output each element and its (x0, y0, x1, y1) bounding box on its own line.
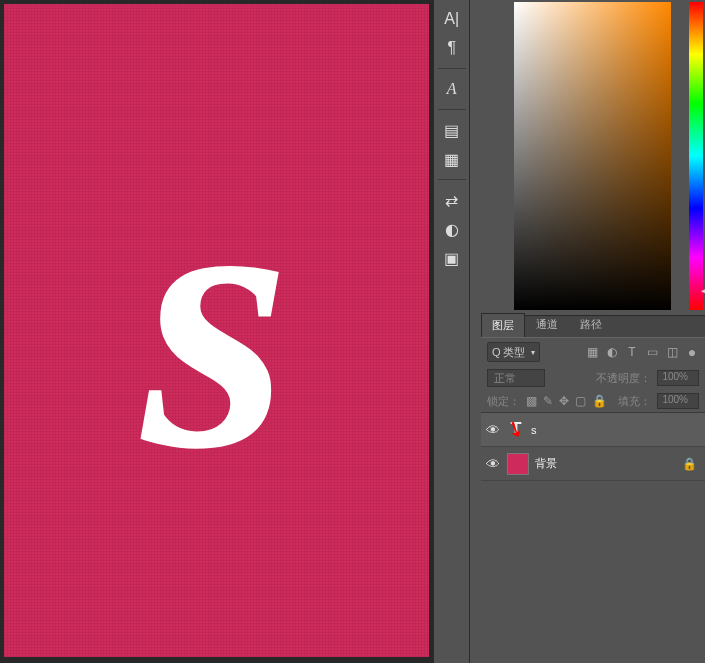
blend-opacity-row: 正常 不透明度： 100% (481, 366, 705, 390)
filter-text-icon[interactable]: T (625, 345, 639, 359)
layer-row[interactable]: 👁 T s (481, 413, 705, 447)
tab-paths[interactable]: 路径 (569, 312, 613, 337)
styles-panel-icon[interactable]: ◐ (438, 216, 466, 242)
separator (438, 68, 466, 69)
lock-all-icon[interactable]: 🔒 (592, 394, 607, 408)
layer-kind-dropdown[interactable]: Q 类型 ▾ (487, 342, 540, 362)
color-panel (481, 0, 705, 315)
kind-label: 类型 (503, 345, 525, 360)
layer-filter-icons: ▦ ◐ T ▭ ◫ ● (585, 345, 699, 359)
filter-smart-icon[interactable]: ◫ (665, 345, 679, 359)
lock-position-icon[interactable]: ✥ (559, 394, 569, 408)
eye-icon: 👁 (486, 456, 500, 472)
character-styles-icon[interactable]: ▦ (438, 146, 466, 172)
layer-comps-icon[interactable]: ▣ (438, 245, 466, 271)
filter-adjust-icon[interactable]: ◐ (605, 345, 619, 359)
visibility-toggle[interactable]: 👁 (485, 422, 501, 438)
fill-input[interactable]: 100% (657, 393, 699, 409)
canvas-viewport: s (0, 0, 433, 663)
tab-channels[interactable]: 通道 (525, 312, 569, 337)
paragraph-panel-icon[interactable]: ¶ (438, 35, 466, 61)
opacity-input[interactable]: 100% (657, 370, 699, 386)
color-saturation-field[interactable] (514, 2, 671, 310)
lock-buttons: ▩ ✎ ✥ ▢ 🔒 (526, 394, 607, 408)
adjustments-panel-icon[interactable]: ⇄ (438, 187, 466, 213)
filter-shape-icon[interactable]: ▭ (645, 345, 659, 359)
visibility-toggle[interactable]: 👁 (485, 456, 501, 472)
filter-image-icon[interactable]: ▦ (585, 345, 599, 359)
layer-list: 👁 T s 👁 背景 🔒 (481, 412, 705, 663)
separator (438, 179, 466, 180)
blend-mode-select[interactable]: 正常 (487, 369, 545, 387)
layer-name[interactable]: s (531, 424, 537, 436)
opacity-label: 不透明度： (596, 371, 651, 386)
glyphs-panel-icon[interactable]: A (438, 76, 466, 102)
text-layer-s[interactable]: s (143, 165, 291, 469)
search-icon: Q (492, 346, 501, 358)
lock-icon: 🔒 (682, 457, 701, 471)
lock-label: 锁定： (487, 394, 520, 409)
hue-slider[interactable] (689, 2, 703, 310)
right-panels: 图层 通道 路径 Q 类型 ▾ ▦ ◐ T ▭ ◫ ● 正常 不透明度： (481, 0, 705, 663)
fill-label: 填充： (618, 394, 651, 409)
lock-brush-icon[interactable]: ✎ (543, 394, 553, 408)
document-canvas[interactable]: s (4, 4, 429, 657)
bg-layer-thumb (507, 453, 529, 475)
layer-name[interactable]: 背景 (535, 456, 557, 471)
lock-fill-row: 锁定： ▩ ✎ ✥ ▢ 🔒 填充： 100% (481, 390, 705, 412)
panel-tabs: 图层 通道 路径 (481, 315, 705, 337)
lock-artboard-icon[interactable]: ▢ (575, 394, 586, 408)
tab-layers[interactable]: 图层 (481, 313, 525, 337)
eye-icon: 👁 (486, 422, 500, 438)
layers-panel: Q 类型 ▾ ▦ ◐ T ▭ ◫ ● 正常 不透明度： 100% 锁定： ▩ (481, 337, 705, 663)
layer-filter-row: Q 类型 ▾ ▦ ◐ T ▭ ◫ ● (481, 337, 705, 366)
filter-toggle-icon[interactable]: ● (685, 345, 699, 359)
chevron-down-icon: ▾ (531, 348, 535, 357)
layer-row[interactable]: 👁 背景 🔒 (481, 447, 705, 481)
paragraph-styles-icon[interactable]: ▤ (438, 117, 466, 143)
lock-pixels-icon[interactable]: ▩ (526, 394, 537, 408)
character-panel-icon[interactable]: A| (438, 6, 466, 32)
blend-mode-value: 正常 (494, 372, 516, 384)
gap (470, 0, 481, 663)
text-layer-thumb: T (507, 419, 525, 441)
panel-icon-strip: A| ¶ A ▤ ▦ ⇄ ◐ ▣ (433, 0, 470, 663)
separator (438, 109, 466, 110)
